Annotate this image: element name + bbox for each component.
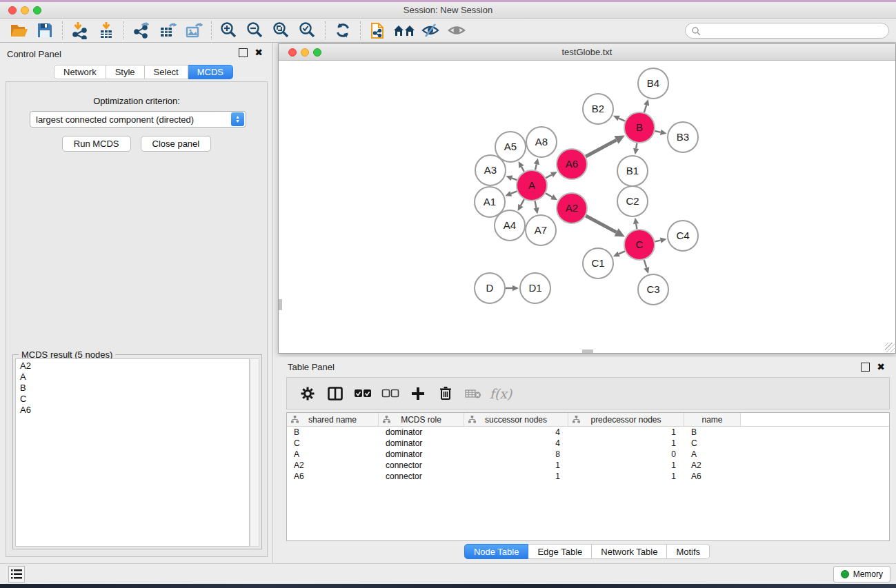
graph-edge-C-C3[interactable] [644, 260, 647, 267]
table-row[interactable]: A2connector11A2 [287, 460, 889, 471]
canvas-vertical-scroll-thumb[interactable] [279, 299, 282, 310]
column-header-predecessor-nodes[interactable]: predecessor nodes [568, 413, 684, 426]
deselect-all-button[interactable] [377, 382, 404, 405]
graph-edge-A6-B[interactable] [586, 140, 616, 156]
task-history-button[interactable] [8, 566, 25, 582]
first-neighbors-button[interactable] [391, 20, 417, 41]
table-row[interactable]: Bdominator41B [287, 427, 889, 438]
mcds-result-list[interactable]: A2ABCA6 [15, 358, 250, 547]
table-cell[interactable]: 1 [568, 438, 684, 449]
column-header-name[interactable]: name [684, 413, 741, 426]
table-cell[interactable]: B [287, 427, 379, 438]
zoom-selected-button[interactable] [295, 20, 321, 41]
mcds-result-item[interactable]: A6 [16, 405, 249, 416]
tab-style[interactable]: Style [106, 65, 145, 79]
delete-table-button[interactable] [459, 382, 487, 405]
table-row[interactable]: A6connector11A6 [287, 471, 889, 482]
hide-selected-button[interactable] [417, 20, 444, 41]
table-cell[interactable]: 4 [464, 438, 568, 449]
graph-edge-C-C1[interactable] [619, 251, 625, 254]
show-column-panel-button[interactable] [321, 382, 349, 405]
import-network-button[interactable] [67, 20, 93, 41]
table-cell[interactable]: 0 [568, 449, 684, 460]
mcds-result-item[interactable]: C [16, 394, 249, 405]
table-cell[interactable]: 8 [464, 449, 568, 460]
table-cell[interactable]: 1 [464, 460, 568, 471]
tab-edge-table[interactable]: Edge Table [528, 544, 592, 559]
export-table-button[interactable] [155, 20, 181, 41]
table-options-button[interactable] [294, 382, 321, 405]
graph-edge-A-A8[interactable] [535, 164, 537, 170]
run-mcds-button[interactable]: Run MCDS [62, 136, 131, 152]
import-table-button[interactable] [93, 20, 119, 41]
table-cell[interactable]: dominator [379, 427, 464, 438]
network-window-titlebar[interactable]: testGlobe.txt [279, 44, 895, 61]
table-cell[interactable]: A [684, 449, 741, 460]
optimization-criterion-dropdown[interactable]: largest connected component (directed) ▲… [30, 111, 246, 128]
table-cell[interactable]: 1 [568, 427, 684, 438]
tab-motifs[interactable]: Motifs [667, 544, 710, 559]
table-cell[interactable]: dominator [379, 438, 464, 449]
export-network-button[interactable] [128, 20, 155, 41]
graph-edge-C-C4[interactable] [655, 241, 661, 242]
close-panel-icon[interactable]: ✖ [255, 48, 263, 57]
table-cell[interactable]: C [684, 438, 741, 449]
tab-select[interactable]: Select [145, 65, 188, 79]
table-cell[interactable]: dominator [379, 449, 464, 460]
result-list-scrollbar[interactable] [250, 358, 259, 547]
refresh-button[interactable] [330, 20, 356, 41]
memory-button[interactable]: Memory [833, 566, 890, 582]
float-panel-icon[interactable] [239, 48, 248, 57]
zoom-in-button[interactable] [216, 20, 242, 41]
table-row[interactable]: Adominator80A [287, 449, 889, 460]
column-header-successor-nodes[interactable]: successor nodes [464, 413, 568, 426]
graph-edge-B-B3[interactable] [655, 131, 660, 132]
table-cell[interactable]: connector [379, 460, 464, 471]
float-table-panel-icon[interactable] [861, 363, 870, 372]
graph-edge-A-A6[interactable] [546, 175, 552, 179]
canvas-horizontal-scroll-thumb[interactable] [582, 349, 593, 353]
search-input[interactable] [701, 25, 888, 37]
table-cell[interactable]: A [287, 449, 379, 460]
close-table-panel-icon[interactable]: ✖ [877, 363, 885, 372]
graph-edge-A-A4[interactable] [521, 199, 524, 205]
tab-mcds[interactable]: MCDS [188, 65, 233, 79]
table-cell[interactable]: 1 [568, 471, 684, 482]
column-header-shared-name[interactable]: shared name [287, 413, 379, 426]
save-session-button[interactable] [32, 20, 58, 41]
table-cell[interactable]: A6 [287, 471, 379, 482]
table-cell[interactable]: 4 [464, 427, 568, 438]
column-header-MCDS-role[interactable]: MCDS role [379, 413, 464, 426]
mcds-result-item[interactable]: A2 [16, 361, 249, 372]
export-image-button[interactable] [181, 20, 207, 41]
delete-column-button[interactable] [432, 382, 459, 405]
table-cell[interactable]: A2 [684, 460, 741, 471]
tab-node-table[interactable]: Node Table [464, 544, 529, 559]
graph-edge-B-B2[interactable] [619, 119, 625, 121]
graph-edge-A-A5[interactable] [521, 167, 524, 172]
mcds-result-item[interactable]: A [16, 372, 249, 383]
new-network-from-file-button[interactable] [365, 20, 391, 41]
table-row[interactable]: Cdominator41C [287, 438, 889, 449]
zoom-fit-button[interactable] [268, 20, 295, 41]
table-cell[interactable]: 1 [568, 460, 684, 471]
graph-edge-C-C2[interactable] [636, 224, 637, 230]
search-box[interactable] [685, 23, 889, 39]
table-cell[interactable]: connector [379, 471, 464, 482]
function-builder-button[interactable]: f(x) [487, 382, 515, 405]
graph-edge-A2-C[interactable] [586, 216, 616, 232]
graph-edge-B-B1[interactable] [636, 143, 637, 149]
graph-edge-A-A1[interactable] [511, 191, 517, 193]
graph-edge-A-A7[interactable] [535, 201, 537, 208]
tab-network[interactable]: Network [54, 65, 106, 79]
table-cell[interactable]: A6 [684, 471, 741, 482]
table-cell[interactable]: 1 [464, 471, 568, 482]
graph-edge-A-A3[interactable] [512, 178, 517, 180]
graph-edge-B-B4[interactable] [644, 105, 646, 112]
show-all-button[interactable] [444, 20, 470, 41]
window-resize-grip[interactable] [885, 343, 895, 352]
open-file-button[interactable] [6, 20, 32, 41]
select-all-button[interactable] [349, 382, 377, 405]
create-column-button[interactable] [404, 382, 432, 405]
network-canvas[interactable]: AA1A2A3A4A5A6A7A8BB1B2B3B4CC1C2C3C4DD1 [279, 61, 895, 353]
